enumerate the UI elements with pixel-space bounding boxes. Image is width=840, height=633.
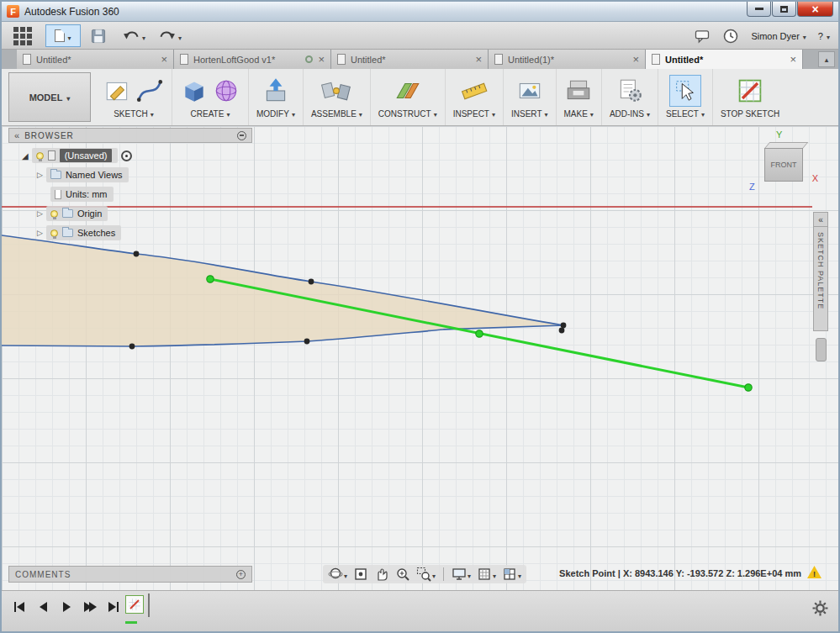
visibility-bulb-icon[interactable]	[50, 210, 58, 218]
timeline-bar	[2, 590, 838, 631]
box-primitive-icon[interactable]	[180, 76, 209, 105]
expand-palette-icon[interactable]: «	[814, 213, 827, 227]
viewports-button[interactable]	[500, 566, 523, 583]
timeline-playback-controls	[10, 598, 123, 616]
3d-print-icon[interactable]	[564, 76, 593, 105]
add-comment-icon[interactable]: +	[236, 570, 246, 579]
file-menu-button[interactable]	[45, 24, 81, 47]
minimize-button[interactable]	[747, 2, 771, 17]
visibility-bulb-icon[interactable]	[50, 229, 58, 237]
title-bar[interactable]: F Autodesk Fusion 360 ×	[2, 2, 838, 22]
timeline-sketch-feature[interactable]	[125, 595, 144, 614]
comments-title: COMMENTS	[15, 570, 236, 579]
ribbon-group-modify[interactable]: MODIFY	[249, 69, 304, 125]
comments-bar[interactable]: COMMENTS +	[8, 566, 252, 583]
timeline-playhead[interactable]	[148, 593, 150, 617]
tab-close-icon[interactable]: ×	[632, 54, 639, 65]
capture-history-icon[interactable]	[121, 150, 132, 161]
chevron-down-icon	[493, 567, 496, 582]
ribbon-group-addins[interactable]: ADD-INS	[602, 69, 658, 125]
tab-untitled-active[interactable]: Untitled* ×	[646, 50, 803, 69]
ribbon-group-construct[interactable]: CONSTRUCT	[371, 69, 446, 125]
document-icon	[494, 54, 503, 65]
ribbon-group-make[interactable]: MAKE	[557, 69, 602, 125]
timeline-options-button[interactable]	[812, 600, 828, 620]
undo-button[interactable]	[122, 25, 145, 47]
collapse-browser-icon[interactable]: «	[14, 130, 19, 140]
undo-icon	[122, 28, 140, 45]
scripts-addins-icon[interactable]	[615, 76, 644, 105]
browser-panel-header[interactable]: « BROWSER	[8, 128, 252, 143]
tab-close-icon[interactable]: ×	[318, 54, 325, 65]
comment-bubble-icon[interactable]	[694, 28, 711, 45]
ribbon-group-inspect[interactable]: INSPECT	[446, 69, 504, 125]
browser-row-units[interactable]: Units: mm	[50, 187, 114, 202]
play-button[interactable]	[57, 598, 76, 616]
create-sketch-icon[interactable]	[103, 76, 132, 105]
document-icon	[337, 54, 346, 65]
workspace-selector[interactable]: MODEL	[8, 72, 91, 122]
ribbon-group-assemble[interactable]: ASSEMBLE	[304, 69, 371, 125]
sketch-palette-tab[interactable]: « SKETCH PALETTE	[813, 212, 828, 331]
ribbon-group-create[interactable]: CREATE	[172, 69, 249, 125]
joint-icon[interactable]	[320, 76, 353, 105]
insert-image-icon[interactable]	[515, 76, 544, 105]
step-forward-button[interactable]	[81, 598, 99, 616]
maximize-button[interactable]	[772, 2, 796, 17]
tab-close-icon[interactable]: ×	[790, 54, 796, 65]
tab-close-icon[interactable]: ×	[161, 54, 167, 65]
go-to-end-button[interactable]	[104, 598, 123, 616]
visibility-bulb-icon[interactable]	[36, 152, 44, 160]
browser-row-named-views[interactable]: ▷ Named Views	[37, 167, 129, 182]
expander-icon[interactable]: ◢	[22, 151, 29, 161]
pan-button[interactable]	[372, 566, 391, 583]
browser-row-origin[interactable]: ▷ Origin	[37, 206, 108, 221]
modeling-canvas[interactable]: « BROWSER ◢ (Unsaved) ▷ Named Views Unit	[2, 126, 838, 590]
document-icon	[48, 150, 55, 161]
browser-minimize-icon[interactable]	[237, 131, 246, 140]
browser-row-root[interactable]: ◢ (Unsaved)	[22, 148, 132, 163]
save-button[interactable]	[89, 25, 108, 47]
view-cube[interactable]: Y FRONT X Z	[753, 131, 815, 193]
expander-icon[interactable]: ▷	[37, 229, 43, 237]
tab-close-icon[interactable]: ×	[475, 54, 482, 65]
go-to-start-button[interactable]	[10, 598, 29, 616]
tab-overflow-button[interactable]: ▴	[818, 51, 835, 67]
grid-snap-button[interactable]	[475, 566, 498, 583]
profile-fill-region[interactable]	[2, 235, 563, 346]
spline-tool-icon[interactable]	[135, 76, 164, 105]
palette-scrollbar-thumb[interactable]	[816, 338, 827, 361]
ribbon-group-stop-sketch[interactable]: STOP SKETCH	[713, 69, 787, 125]
construction-plane-icon[interactable]	[394, 76, 422, 105]
ribbon-group-label: MAKE	[564, 109, 588, 119]
expander-icon[interactable]: ▷	[37, 209, 43, 218]
display-settings-button[interactable]	[450, 566, 473, 583]
tab-untitled-1[interactable]: Untitled* ×	[17, 50, 174, 69]
orbit-button[interactable]	[326, 566, 349, 583]
close-button[interactable]: ×	[797, 2, 833, 17]
ribbon-group-sketch[interactable]: SKETCH	[96, 69, 172, 125]
user-menu[interactable]: Simon Dyer	[751, 31, 806, 41]
measure-icon[interactable]	[460, 76, 489, 105]
redo-button[interactable]	[158, 25, 182, 47]
stop-sketch-icon[interactable]	[735, 76, 765, 106]
press-pull-icon[interactable]	[262, 76, 290, 105]
app-grid-button[interactable]	[8, 26, 37, 46]
clock-icon[interactable]	[722, 28, 739, 45]
ribbon-group-insert[interactable]: INSERT	[504, 69, 557, 125]
ribbon-group-select[interactable]: SELECT	[658, 69, 713, 125]
look-at-button[interactable]	[351, 566, 370, 583]
browser-row-sketches[interactable]: ▷ Sketches	[37, 225, 121, 240]
step-back-button[interactable]	[34, 598, 52, 616]
expander-icon[interactable]: ▷	[37, 171, 43, 179]
zoom-button[interactable]	[394, 566, 412, 583]
help-menu[interactable]: ?	[818, 31, 830, 41]
cursor-select-icon[interactable]	[673, 78, 698, 103]
tab-untitled-2[interactable]: Untitled* ×	[331, 50, 489, 69]
sphere-primitive-icon[interactable]	[212, 76, 240, 105]
tab-untitled-3[interactable]: Untitled(1)* ×	[489, 50, 646, 69]
zoom-window-button[interactable]	[415, 566, 437, 583]
tab-hortenloftgood[interactable]: HortenLoftGood v1* ×	[174, 50, 331, 69]
viewcube-front-face[interactable]: FRONT	[764, 148, 803, 182]
ribbon-group-label: INSPECT	[453, 109, 489, 119]
